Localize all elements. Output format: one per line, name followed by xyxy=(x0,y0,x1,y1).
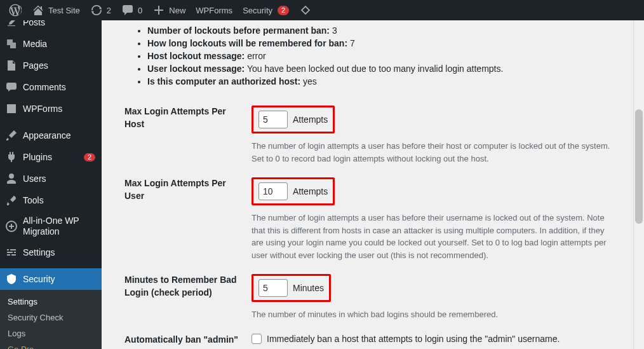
sidebar-item-label: Pages xyxy=(23,60,95,71)
sidebar-item-label: Plugins xyxy=(23,152,79,163)
max-host-input[interactable] xyxy=(258,111,288,128)
setting-max-host: Max Login Attempts Per Host Attempts The… xyxy=(124,99,631,171)
summary-item: User lockout message: You have been lock… xyxy=(147,62,631,75)
media-icon xyxy=(5,38,18,50)
home-icon xyxy=(32,4,44,17)
adminbar-wpforms[interactable]: WPForms xyxy=(191,0,238,20)
sidebar-item-label: Comments xyxy=(23,82,95,93)
vertical-scrollbar[interactable] xyxy=(633,20,644,349)
summary-item: Number of lockouts before permanent ban:… xyxy=(147,24,631,37)
comments-icon xyxy=(5,81,18,93)
updates-count: 2 xyxy=(107,6,111,15)
sidebar-item-label: Settings xyxy=(23,247,95,258)
setting-auto-ban-admin: Automatically ban "admin" user Immediate… xyxy=(124,327,631,350)
submenu-logs[interactable]: Logs xyxy=(0,325,102,341)
wp-logo-menu[interactable] xyxy=(4,0,27,20)
sidebar-item-label: Tools xyxy=(23,195,95,206)
sidebar-item-label: Appearance xyxy=(23,130,95,141)
sidebar-item-settings[interactable]: Settings xyxy=(0,242,102,263)
adminbar-security-badge: 2 xyxy=(278,6,289,15)
site-name-label: Test Site xyxy=(48,6,80,15)
admin-bar: Test Site 2 0 New WPForms Security 2 xyxy=(0,0,644,20)
adminbar-security-label: Security xyxy=(243,6,272,15)
summary-item: Is this computer an authorized host: yes xyxy=(147,75,631,88)
sidebar-item-comments[interactable]: Comments xyxy=(0,76,102,98)
security-submenu: Settings Security Check Logs Go Pro xyxy=(0,290,102,349)
settings-sliders-icon xyxy=(5,246,18,259)
shield-icon xyxy=(5,273,18,285)
sidebar-item-security[interactable]: Security xyxy=(0,268,102,290)
user-icon xyxy=(5,172,18,185)
setting-description: The number of login attempts a user has … xyxy=(252,140,614,165)
adminbar-wpforms-label: WPForms xyxy=(196,6,232,15)
sidebar-item-plugins[interactable]: Plugins 2 xyxy=(0,146,102,168)
brush-icon xyxy=(5,129,18,142)
setting-description: The number of minutes in which bad login… xyxy=(252,308,614,321)
tools-icon xyxy=(5,194,18,207)
sidebar-item-wpforms[interactable]: WPForms xyxy=(0,98,102,120)
wordpress-icon xyxy=(9,4,22,17)
adminbar-security[interactable]: Security 2 xyxy=(238,0,294,20)
highlight-box: Attempts xyxy=(252,177,335,205)
auto-ban-checkbox-label: Immediately ban a host that attempts to … xyxy=(267,334,560,344)
sidebar-item-media[interactable]: Media xyxy=(0,33,102,55)
adminbar-diamond[interactable] xyxy=(294,0,317,20)
summary-item: How long lockouts will be remembered for… xyxy=(147,37,631,50)
highlight-box: Minutes xyxy=(252,274,331,302)
sidebar-item-pages[interactable]: Pages xyxy=(0,55,102,76)
site-name-menu[interactable]: Test Site xyxy=(27,0,85,20)
new-label: New xyxy=(169,6,185,15)
unit-label: Attempts xyxy=(293,186,328,196)
comment-icon xyxy=(121,4,134,17)
setting-label: Minutes to Remember Bad Login (check per… xyxy=(124,274,252,299)
sidebar-item-appearance[interactable]: Appearance xyxy=(0,125,102,146)
auto-ban-checkbox[interactable] xyxy=(252,334,262,344)
scrollbar-thumb[interactable] xyxy=(635,109,643,224)
pin-icon xyxy=(5,20,18,29)
comments-menu[interactable]: 0 xyxy=(116,0,147,20)
comments-count: 0 xyxy=(138,6,142,15)
setting-label: Automatically ban "admin" user xyxy=(124,334,252,350)
setting-minutes-remember: Minutes to Remember Bad Login (check per… xyxy=(124,268,631,327)
sidebar-item-label: Security xyxy=(23,274,95,285)
max-user-input[interactable] xyxy=(258,182,288,200)
highlight-box: Attempts xyxy=(252,106,335,133)
setting-label: Max Login Attempts Per User xyxy=(124,177,252,202)
sidebar-item-users[interactable]: Users xyxy=(0,168,102,189)
unit-label: Attempts xyxy=(293,114,328,125)
admin-menu: Posts Media Pages Comments WPForms Appea… xyxy=(0,20,102,349)
minutes-remember-input[interactable] xyxy=(258,279,288,297)
page-icon xyxy=(5,59,18,72)
update-icon xyxy=(90,4,103,17)
migration-icon xyxy=(5,220,18,233)
submenu-settings[interactable]: Settings xyxy=(0,294,102,310)
diamond-icon xyxy=(299,4,312,17)
sidebar-item-label: All-in-One WP Migration xyxy=(23,216,95,237)
new-content-menu[interactable]: New xyxy=(147,0,191,20)
unit-label: Minutes xyxy=(293,283,324,293)
setting-max-user: Max Login Attempts Per User Attempts The… xyxy=(124,171,631,268)
sidebar-item-label: Media xyxy=(23,39,95,50)
plus-icon xyxy=(152,4,165,17)
updates-menu[interactable]: 2 xyxy=(85,0,116,20)
sidebar-item-label: Users xyxy=(23,174,95,184)
wpforms-icon xyxy=(5,102,18,115)
sidebar-item-label: Posts xyxy=(23,20,95,27)
submenu-go-pro[interactable]: Go Pro xyxy=(0,341,102,349)
sidebar-item-posts[interactable]: Posts xyxy=(0,20,102,33)
sidebar-item-tools[interactable]: Tools xyxy=(0,189,102,211)
summary-list: Number of lockouts before permanent ban:… xyxy=(124,24,631,88)
sidebar-item-aio-migration[interactable]: All-in-One WP Migration xyxy=(0,211,102,242)
summary-item: Host lockout message: error xyxy=(147,50,631,62)
setting-description: The number of login attempts a user has … xyxy=(252,212,614,261)
plugin-icon xyxy=(5,151,18,163)
sidebar-item-label: WPForms xyxy=(23,104,95,114)
content-area: Number of lockouts before permanent ban:… xyxy=(102,20,644,349)
submenu-security-check[interactable]: Security Check xyxy=(0,310,102,325)
setting-label: Max Login Attempts Per Host xyxy=(124,106,252,130)
plugins-update-count: 2 xyxy=(84,153,95,161)
